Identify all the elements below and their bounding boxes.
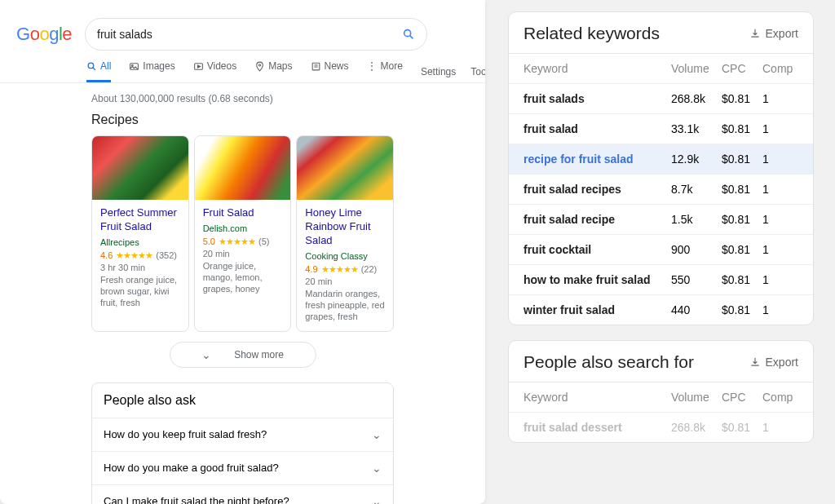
- tab-label: All: [100, 60, 111, 72]
- cell-keyword: fruit salad recipes: [524, 183, 671, 196]
- google-serp-panel: Google All Images Videos Maps News ⋮: [0, 0, 485, 504]
- results-count: About 130,000,000 results (0.68 seconds): [0, 83, 485, 113]
- table-row[interactable]: recipe for fruit salad12.9k$0.811: [509, 144, 813, 174]
- recipe-rating: 4.9: [305, 264, 317, 274]
- table-header: Keyword Volume CPC Comp: [509, 382, 813, 412]
- table-row[interactable]: fruit salad recipe1.5k$0.811: [509, 204, 813, 234]
- people-also-ask: People also ask How do you keep fruit sa…: [91, 382, 394, 504]
- tab-label: News: [325, 60, 349, 72]
- table-row[interactable]: fruit salad dessert 268.8k $0.81 1: [509, 412, 813, 442]
- recipe-source: Allrecipes: [100, 237, 180, 247]
- table-header: Keyword Volume CPC Comp: [509, 53, 813, 83]
- table-row[interactable]: fruit salad recipes8.7k$0.811: [509, 174, 813, 204]
- col-volume: Volume: [671, 62, 722, 75]
- export-button[interactable]: Export: [749, 356, 798, 369]
- recipe-rating: 4.6: [100, 250, 113, 260]
- tab-images[interactable]: Images: [129, 60, 175, 82]
- tab-all[interactable]: All: [86, 60, 111, 82]
- search-icon[interactable]: [402, 28, 415, 41]
- paa-title: People also ask: [92, 383, 393, 418]
- col-comp: Comp: [762, 62, 798, 75]
- recipe-card[interactable]: Fruit Salad Delish.com 5.0★★★★★(5) 20 mi…: [194, 135, 292, 332]
- export-button[interactable]: Export: [749, 27, 798, 40]
- recipe-count: (352): [156, 250, 177, 260]
- tab-label: Videos: [207, 60, 236, 72]
- cell-comp: 1: [762, 303, 798, 316]
- table-row[interactable]: winter fruit salad440$0.811: [509, 294, 813, 325]
- recipe-time: 20 min: [305, 276, 385, 286]
- cell-volume: 8.7k: [671, 183, 722, 196]
- cell-volume: 1.5k: [671, 213, 722, 226]
- cell-keyword: winter fruit salad: [524, 303, 671, 316]
- cell-comp: 1: [762, 243, 798, 256]
- table-row[interactable]: fruit salad33.1k$0.811: [509, 113, 813, 144]
- cell-cpc: $0.81: [722, 213, 762, 226]
- tab-maps[interactable]: Maps: [254, 60, 292, 82]
- recipe-count: (5): [258, 237, 269, 246]
- recipe-count: (22): [361, 264, 378, 274]
- cell-comp: 1: [762, 421, 798, 434]
- download-icon: [749, 356, 761, 368]
- recipe-card[interactable]: Perfect Summer Fruit Salad Allrecipes 4.…: [91, 135, 189, 332]
- cell-volume: 33.1k: [671, 122, 722, 135]
- cell-keyword: fruit salad recipe: [524, 213, 671, 226]
- section-title: Recipes: [91, 113, 394, 127]
- table-row[interactable]: fruit salads268.8k$0.811: [509, 83, 813, 113]
- settings-link[interactable]: Settings: [421, 66, 456, 77]
- recipe-ingredients: Orange juice, mango, lemon, grapes, hone…: [203, 260, 283, 295]
- cell-keyword: recipe for fruit salad: [524, 153, 671, 166]
- paa-item[interactable]: How do you keep fruit salad fresh?⌄: [92, 418, 393, 452]
- cell-comp: 1: [762, 122, 798, 135]
- cell-comp: 1: [762, 273, 798, 286]
- cell-cpc: $0.81: [722, 153, 762, 166]
- recipe-time: 3 hr 30 min: [100, 263, 180, 272]
- card-title: Related keywords: [524, 24, 660, 43]
- cell-cpc: $0.81: [722, 303, 762, 316]
- cell-cpc: $0.81: [722, 421, 762, 434]
- tools-link[interactable]: Tools: [471, 66, 485, 77]
- recipe-title: Fruit Salad: [203, 206, 283, 220]
- card-title: People also search for: [524, 352, 694, 372]
- recipe-title: Honey Lime Rainbow Fruit Salad: [305, 206, 385, 248]
- search-box[interactable]: [85, 18, 427, 51]
- tab-more[interactable]: ⋮ More: [367, 60, 403, 82]
- tab-news[interactable]: News: [311, 60, 349, 82]
- tab-label: More: [381, 60, 403, 72]
- recipe-row: Perfect Summer Fruit Salad Allrecipes 4.…: [91, 135, 394, 332]
- recipe-time: 20 min: [203, 249, 283, 259]
- cell-volume: 268.8k: [671, 421, 722, 434]
- cell-keyword: fruit salads: [524, 92, 671, 105]
- cell-volume: 268.8k: [671, 92, 722, 105]
- recipe-source: Delish.com: [203, 223, 283, 233]
- cell-keyword: how to make fruit salad: [524, 273, 671, 286]
- table-row[interactable]: how to make fruit salad550$0.811: [509, 264, 813, 294]
- google-logo[interactable]: Google: [16, 24, 72, 45]
- cell-comp: 1: [762, 183, 798, 196]
- more-icon: ⋮: [367, 60, 378, 72]
- paa-item[interactable]: Can I make fruit salad the night before?…: [92, 485, 393, 504]
- maps-icon: [254, 61, 265, 72]
- col-cpc: CPC: [722, 391, 762, 404]
- tab-videos[interactable]: Videos: [193, 60, 236, 82]
- svg-point-0: [404, 30, 411, 37]
- export-label: Export: [766, 356, 798, 369]
- search-header: Google: [0, 0, 485, 51]
- svg-point-2: [88, 63, 94, 69]
- paa-question: How do you keep fruit salad fresh?: [104, 428, 267, 440]
- paa-item[interactable]: How do you make a good fruit salad?⌄: [92, 452, 393, 485]
- chevron-down-icon: ⌄: [372, 462, 382, 475]
- recipe-source: Cooking Classy: [305, 251, 385, 261]
- cell-comp: 1: [762, 92, 798, 105]
- tab-label: Images: [143, 60, 175, 72]
- table-row[interactable]: fruit cocktail900$0.811: [509, 234, 813, 264]
- col-volume: Volume: [671, 391, 722, 404]
- recipe-ingredients: Mandarin oranges, fresh pineapple, red g…: [305, 288, 385, 323]
- cell-volume: 900: [671, 243, 722, 256]
- show-more-button[interactable]: ⌄ Show more: [170, 342, 316, 368]
- search-icon: [86, 61, 97, 72]
- show-more-label: Show more: [234, 349, 284, 360]
- tab-label: Maps: [268, 60, 292, 72]
- keyword-sidebar: Related keywords Export Keyword Volume C…: [485, 0, 835, 504]
- recipe-card[interactable]: Honey Lime Rainbow Fruit Salad Cooking C…: [296, 135, 394, 332]
- search-input[interactable]: [97, 28, 402, 41]
